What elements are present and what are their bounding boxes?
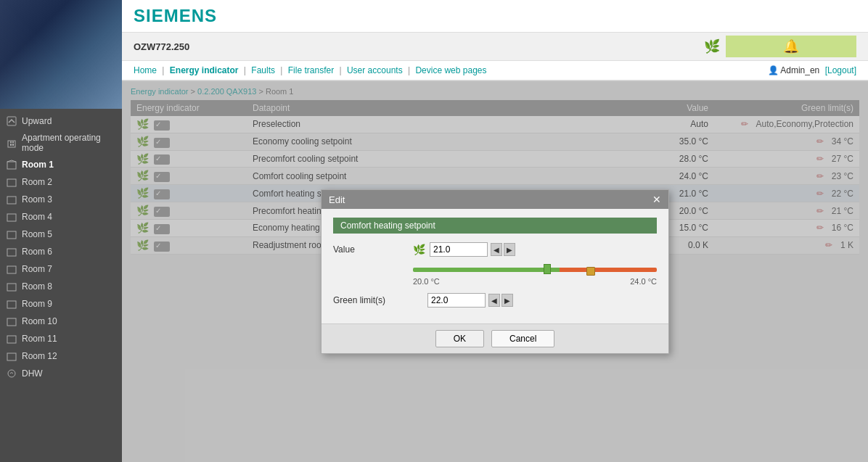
- slider-container: 20.0 °C 24.0 °C: [413, 264, 657, 286]
- sidebar-item-room-1-label: Room 1: [22, 160, 54, 170]
- svg-rect-9: [7, 179, 16, 186]
- nav-bar: Home | Energy indicator | Faults | File …: [122, 61, 868, 81]
- sidebar-item-room-8-label: Room 8: [22, 281, 52, 292]
- nav-sep-1: |: [162, 65, 166, 75]
- sidebar-item-room-3[interactable]: Room 3: [0, 191, 122, 208]
- nav-file-transfer[interactable]: File transfer: [288, 65, 334, 75]
- bell-icon[interactable]: 🔔: [783, 38, 799, 54]
- room-8-icon: [6, 281, 17, 292]
- building-icon: [6, 137, 17, 149]
- green-limits-increase-button[interactable]: ▶: [501, 294, 513, 307]
- svg-rect-0: [7, 117, 16, 125]
- value-decrease-button[interactable]: ◀: [491, 243, 502, 256]
- logout-link[interactable]: [Logout]: [825, 65, 856, 75]
- sidebar-item-room-2-label: Room 2: [22, 177, 52, 187]
- sidebar-logo-image: [0, 0, 122, 109]
- sidebar: Upward Apartment operating mode Room 1 R…: [0, 0, 122, 462]
- value-input[interactable]: [430, 242, 488, 257]
- sidebar-item-room-9-label: Room 9: [22, 299, 52, 309]
- svg-rect-11: [7, 214, 16, 221]
- slider-green-marker[interactable]: [544, 264, 551, 274]
- sidebar-item-room-12-label: Room 12: [22, 351, 57, 361]
- modal-leaf-icon: 🌿: [413, 244, 425, 255]
- slider-labels: 20.0 °C 24.0 °C: [413, 277, 657, 286]
- slider-min-label: 20.0 °C: [413, 277, 440, 286]
- svg-rect-3: [12, 144, 14, 146]
- svg-rect-18: [7, 336, 16, 343]
- green-limits-label: Green limit(s): [333, 295, 413, 305]
- sidebar-item-room-9[interactable]: Room 9: [0, 295, 122, 313]
- room-9-icon: [6, 298, 17, 310]
- cancel-button[interactable]: Cancel: [491, 330, 554, 347]
- ok-button[interactable]: OK: [435, 330, 484, 347]
- sidebar-item-room-6-label: Room 6: [22, 247, 52, 257]
- header-top: SIEMENS: [122, 0, 868, 32]
- room-11-icon: [6, 333, 17, 345]
- modal-footer: OK Cancel: [322, 323, 668, 353]
- room-2-icon: [6, 176, 17, 188]
- notification-bell-area: 🔔: [726, 36, 856, 57]
- svg-rect-13: [7, 249, 16, 256]
- leaf-icon: 🌿: [704, 38, 720, 54]
- nav-energy-indicator[interactable]: Energy indicator: [170, 65, 239, 75]
- green-limits-input[interactable]: [427, 293, 486, 308]
- slider-max-label: 24.0 °C: [630, 277, 657, 286]
- dhw-icon: [6, 368, 17, 379]
- green-limits-decrease-button[interactable]: ◀: [488, 294, 500, 307]
- room-3-icon: [6, 194, 17, 205]
- svg-rect-4: [10, 141, 12, 143]
- nav-user-accounts[interactable]: User accounts: [347, 65, 403, 75]
- value-label: Value: [333, 244, 413, 255]
- sidebar-item-room-7[interactable]: Room 7: [0, 260, 122, 278]
- nav-home[interactable]: Home: [134, 65, 157, 75]
- sidebar-item-room-4[interactable]: Room 4: [0, 208, 122, 226]
- slider-track-bg: [413, 268, 657, 272]
- device-bar: OZW772.250 🌿 🔔: [122, 32, 868, 61]
- nav-sep-2: |: [244, 65, 248, 75]
- sidebar-item-room-4-label: Room 4: [22, 212, 52, 222]
- device-name: OZW772.250: [134, 41, 698, 52]
- user-icon: 👤: [768, 65, 779, 75]
- sidebar-item-room-11[interactable]: Room 11: [0, 330, 122, 347]
- value-increase-button[interactable]: ▶: [504, 243, 515, 256]
- sidebar-item-room-6[interactable]: Room 6: [0, 243, 122, 260]
- nav-faults[interactable]: Faults: [251, 65, 275, 75]
- sidebar-item-room-10[interactable]: Room 10: [0, 313, 122, 330]
- green-limits-arrows: ◀ ▶: [488, 294, 513, 307]
- svg-rect-10: [7, 197, 16, 204]
- modal-body: Comfort heating setpoint Value 🌿 ◀ ▶: [322, 209, 668, 323]
- sidebar-item-dhw[interactable]: DHW: [0, 365, 122, 382]
- nav-device-web-pages[interactable]: Device web pages: [415, 65, 486, 75]
- sidebar-item-room-7-label: Room 7: [22, 264, 52, 274]
- room-1-icon: [6, 159, 17, 170]
- svg-point-20: [8, 370, 15, 377]
- arrow-up-icon: [6, 115, 17, 127]
- sidebar-item-room-1[interactable]: Room 1: [0, 156, 122, 173]
- siemens-logo: SIEMENS: [134, 6, 217, 26]
- room-5-icon: [6, 228, 17, 240]
- sidebar-item-room-8[interactable]: Room 8: [0, 278, 122, 295]
- sidebar-item-room-11-label: Room 11: [22, 334, 57, 344]
- slider-track[interactable]: [413, 264, 657, 274]
- sidebar-item-room-3-label: Room 3: [22, 194, 52, 205]
- user-area: 👤 Admin_en [Logout]: [768, 65, 856, 75]
- sidebar-item-dhw-label: DHW: [22, 368, 43, 379]
- slider-current-marker[interactable]: [586, 267, 595, 276]
- room-12-icon: [6, 350, 17, 362]
- header: SIEMENS OZW772.250 🌿 🔔 Home | Energy ind…: [122, 0, 868, 81]
- sidebar-item-room-5[interactable]: Room 5: [0, 226, 122, 243]
- sidebar-item-upward[interactable]: Upward: [0, 112, 122, 130]
- sidebar-item-room-2[interactable]: Room 2: [0, 173, 122, 191]
- username: Admin_en: [780, 65, 819, 75]
- sidebar-item-apartment-label: Apartment operating mode: [22, 133, 116, 153]
- sidebar-item-apartment-operating-mode[interactable]: Apartment operating mode: [0, 130, 122, 156]
- svg-rect-17: [7, 318, 16, 326]
- sidebar-item-room-12[interactable]: Room 12: [0, 347, 122, 365]
- modal-overlay: Edit ✕ Comfort heating setpoint Value 🌿 …: [122, 81, 868, 462]
- modal-header: Edit ✕: [322, 190, 668, 209]
- modal-section-title: Comfort heating setpoint: [333, 218, 657, 234]
- room-4-icon: [6, 211, 17, 223]
- nav-sep-3: |: [280, 65, 284, 75]
- close-button[interactable]: ✕: [652, 194, 661, 205]
- sidebar-item-upward-label: Upward: [22, 116, 52, 126]
